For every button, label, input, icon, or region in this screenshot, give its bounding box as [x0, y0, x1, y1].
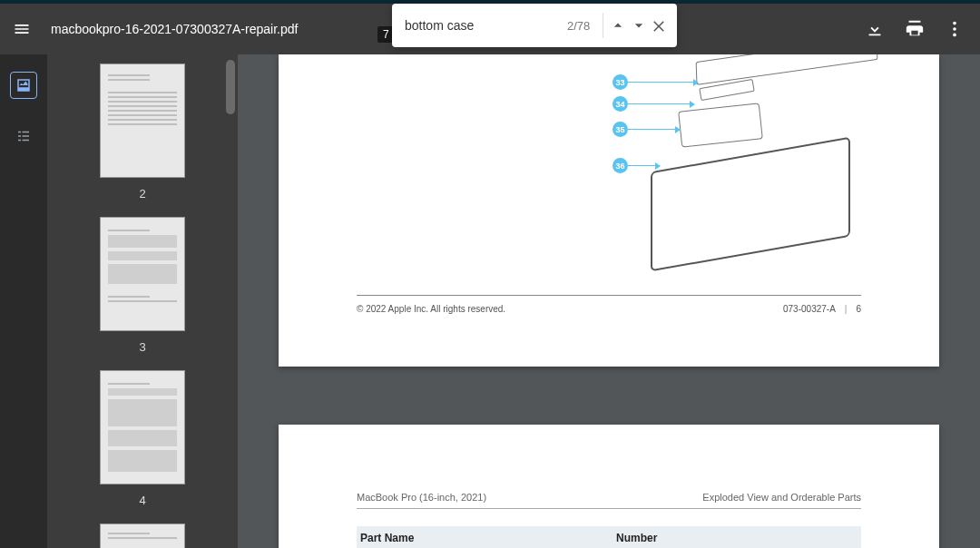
page-number: 6: [856, 304, 861, 314]
thumbnail-label: 4: [139, 494, 145, 507]
document-number: 073-00327-A|6: [783, 304, 861, 314]
thumbnail-panel: 2 3 4: [47, 54, 238, 548]
find-result-count: 2/78: [567, 19, 590, 33]
col-number: Number: [616, 526, 861, 548]
pdf-viewer[interactable]: 33 34 35 36 © 2022 Apple Inc. All rights…: [238, 54, 980, 548]
running-header-right: Exploded View and Orderable Parts: [702, 492, 861, 503]
parts-table: Part Name Number 1.Bottom case923-06750,…: [357, 526, 861, 548]
find-next-button[interactable]: [628, 11, 649, 40]
download-button[interactable]: [857, 11, 893, 47]
thumbnail-preview: [100, 370, 185, 484]
pdf-page: MacBook Pro (16-inch, 2021) Exploded Vie…: [279, 425, 939, 548]
thumbnail-label: 3: [139, 340, 145, 354]
find-prev-button[interactable]: [607, 11, 628, 40]
page-footer-rule: [357, 295, 861, 296]
callout-bubble: 33: [612, 74, 628, 90]
thumbnail-preview: [100, 217, 185, 331]
find-input[interactable]: [405, 18, 564, 33]
thumbnail-preview: [100, 64, 185, 178]
pdf-page: 33 34 35 36 © 2022 Apple Inc. All rights…: [279, 54, 939, 367]
callout-bubble: 34: [612, 96, 628, 112]
thumbnail-item[interactable]: [47, 524, 238, 548]
thumbnail-preview: [100, 524, 185, 548]
doc-id: 073-00327-A: [783, 304, 836, 314]
thumbnails-tab[interactable]: [11, 73, 36, 98]
print-button[interactable]: [897, 11, 933, 47]
running-header-left: MacBook Pro (16-inch, 2021): [357, 492, 486, 503]
callout-bubble: 35: [612, 122, 628, 137]
divider: [603, 13, 603, 38]
document-title: macbookpro-16-2021-07300327A-repair.pdf: [51, 22, 298, 36]
thumbnails-scrollbar[interactable]: [225, 60, 236, 532]
thumbnail-item[interactable]: 4: [47, 370, 238, 507]
toolbar-right: [857, 4, 973, 54]
more-options-button[interactable]: [936, 11, 973, 47]
exploded-diagram: 33 34 35 36: [478, 54, 896, 236]
find-close-button[interactable]: [649, 11, 670, 40]
thumbnail-label: 2: [139, 187, 145, 201]
page-running-header: MacBook Pro (16-inch, 2021) Exploded Vie…: [357, 492, 861, 509]
copyright-text: © 2022 Apple Inc. All rights reserved.: [357, 304, 505, 314]
callout-bubble: 36: [612, 158, 628, 173]
svg-point-0: [953, 22, 956, 25]
find-bar: 2/78: [392, 4, 677, 47]
thumbnail-item[interactable]: 2: [47, 64, 238, 201]
outline-tab[interactable]: [11, 123, 36, 149]
menu-button[interactable]: [0, 4, 44, 54]
thumbnail-item[interactable]: 3: [47, 217, 238, 354]
table-header-row: Part Name Number: [357, 526, 861, 548]
svg-point-1: [953, 27, 956, 31]
sidebar-rail: [0, 54, 47, 548]
col-part-name: Part Name: [357, 526, 616, 548]
svg-point-2: [953, 34, 956, 37]
